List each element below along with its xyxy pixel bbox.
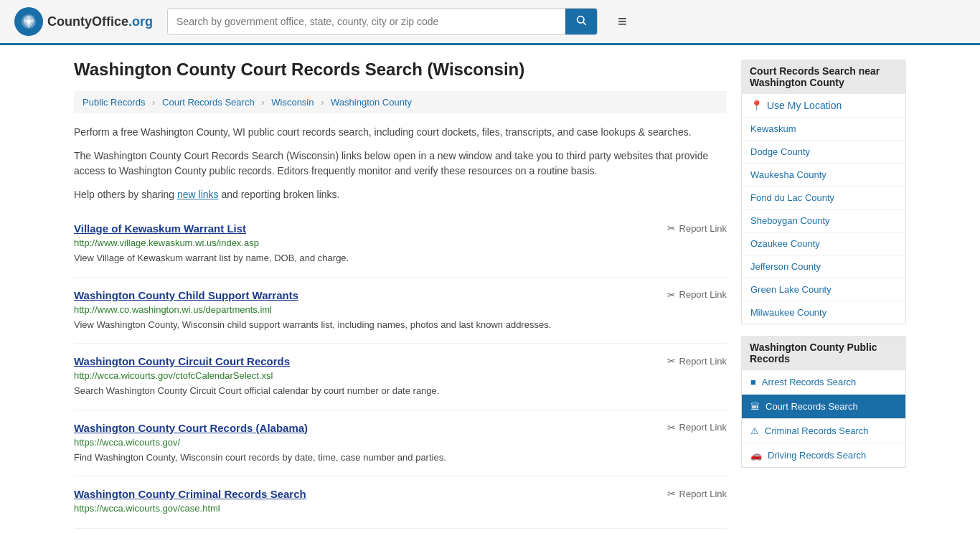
nearby-link-item[interactable]: Green Lake County (742, 278, 905, 301)
use-location-link[interactable]: 📍 Use My Location (742, 94, 905, 117)
rec-link-arrest[interactable]: ■ Arrest Records Search (742, 370, 905, 395)
menu-button[interactable]: ≡ (612, 9, 633, 34)
report-link[interactable]: ✂ Report Link (667, 355, 727, 367)
nearby-link-ozaukee[interactable]: Ozaukee County (742, 232, 905, 255)
result-title[interactable]: Washington County Child Support Warrants (74, 289, 298, 301)
rec-link-court[interactable]: 🏛 Court Records Search (742, 395, 905, 419)
report-link[interactable]: ✂ Report Link (667, 422, 727, 433)
nearby-link-item[interactable]: Sheboygan County (742, 209, 905, 232)
nearby-link-fond-du-lac[interactable]: Fond du Lac County (742, 187, 905, 209)
breadcrumb-sep-3: › (321, 97, 324, 108)
nearby-link-milwaukee[interactable]: Milwaukee County (742, 301, 905, 324)
report-link[interactable]: ✂ Report Link (667, 289, 727, 301)
result-url: http://wcca.wicourts.gov/ctofcCalendarSe… (74, 370, 727, 381)
page-title: Washington County Court Records Search (… (74, 60, 727, 80)
report-icon: ✂ (667, 422, 676, 433)
nearby-link-item[interactable]: Fond du Lac County (742, 187, 905, 209)
breadcrumb-sep-2: › (261, 97, 264, 108)
nearby-link-green-lake[interactable]: Green Lake County (742, 278, 905, 301)
description-1: Perform a free Washington County, WI pub… (74, 125, 727, 140)
nearby-link-item[interactable]: Kewaskum (742, 118, 905, 141)
svg-point-4 (578, 17, 584, 23)
breadcrumb-washington-county[interactable]: Washington County (331, 97, 412, 108)
location-pin-icon: 📍 (750, 100, 763, 111)
report-icon: ✂ (667, 488, 676, 499)
report-label: Report Link (679, 223, 727, 234)
header: CountyOffice.org ≡ (0, 0, 980, 45)
report-icon: ✂ (667, 355, 676, 367)
result-title[interactable]: Washington County Circuit Court Records (74, 355, 290, 367)
public-records-section-title: Washington County Public Records (741, 336, 906, 370)
arrest-icon: ■ (750, 377, 756, 387)
result-desc: View Washington County, Wisconsin child … (74, 318, 727, 332)
breadcrumb-court-records[interactable]: Court Records Search (162, 97, 255, 108)
report-link[interactable]: ✂ Report Link (667, 488, 727, 499)
rec-link-criminal[interactable]: ⚠ Criminal Records Search (742, 419, 905, 443)
result-item: Washington County Circuit Court Records … (74, 344, 727, 410)
description-2: The Washington County Court Records Sear… (74, 149, 727, 179)
result-item: Village of Kewaskum Warrant List ✂ Repor… (74, 211, 727, 278)
search-button[interactable] (565, 9, 597, 34)
search-bar (167, 8, 598, 35)
nearby-section: Court Records Search near Washington Cou… (741, 60, 906, 324)
rec-link-arrest-anchor[interactable]: ■ Arrest Records Search (742, 370, 905, 394)
report-label: Report Link (679, 489, 727, 499)
report-icon: ✂ (667, 222, 676, 234)
logo-link[interactable]: CountyOffice.org (14, 7, 153, 36)
result-header: Washington County Court Records (Alabama… (74, 422, 727, 434)
nearby-link-item[interactable]: Milwaukee County (742, 301, 905, 324)
results-list: Village of Kewaskum Warrant List ✂ Repor… (74, 211, 727, 529)
nearby-link-item[interactable]: Dodge County (742, 141, 905, 164)
result-desc: View Village of Kewaskum warrant list by… (74, 251, 727, 265)
rec-link-driving-anchor[interactable]: 🚗 Driving Records Search (742, 443, 905, 467)
use-location-item[interactable]: 📍 Use My Location (742, 94, 905, 118)
result-title[interactable]: Washington County Criminal Records Searc… (74, 488, 306, 500)
driving-label: Driving Records Search (768, 450, 866, 461)
arrest-label: Arrest Records Search (762, 377, 857, 387)
use-location-label: Use My Location (767, 100, 842, 111)
result-item: Washington County Criminal Records Searc… (74, 476, 727, 529)
nearby-link-jefferson[interactable]: Jefferson County (742, 255, 905, 278)
content-area: Washington County Court Records Search (… (74, 60, 727, 529)
nearby-link-item[interactable]: Jefferson County (742, 255, 905, 278)
breadcrumb: Public Records › Court Records Search › … (74, 91, 727, 113)
result-header: Washington County Circuit Court Records … (74, 355, 727, 367)
rec-link-driving[interactable]: 🚗 Driving Records Search (742, 443, 905, 467)
nearby-link-item[interactable]: Ozaukee County (742, 232, 905, 255)
nearby-link-dodge[interactable]: Dodge County (742, 141, 905, 163)
result-url: http://www.co.washington.wi.us/departmen… (74, 304, 727, 315)
new-links-link[interactable]: new links (177, 189, 219, 200)
result-url: https://wcca.wicourts.gov/case.html (74, 503, 727, 514)
nearby-link-kewaskum[interactable]: Kewaskum (742, 118, 905, 140)
breadcrumb-public-records[interactable]: Public Records (83, 97, 145, 108)
nearby-link-item[interactable]: Waukesha County (742, 164, 905, 187)
result-url: http://www.village.kewaskum.wi.us/index.… (74, 237, 727, 248)
result-title[interactable]: Washington County Court Records (Alabama… (74, 422, 308, 434)
report-link[interactable]: ✂ Report Link (667, 222, 727, 234)
nearby-link-sheboygan[interactable]: Sheboygan County (742, 209, 905, 232)
nearby-link-waukesha[interactable]: Waukesha County (742, 164, 905, 186)
result-title[interactable]: Village of Kewaskum Warrant List (74, 222, 246, 235)
result-desc: Find Washington County, Wisconsin court … (74, 451, 727, 465)
nearby-links: 📍 Use My Location Kewaskum Dodge County … (741, 94, 906, 324)
breadcrumb-wisconsin[interactable]: Wisconsin (271, 97, 314, 108)
logo-icon (14, 7, 43, 36)
result-url: https://wcca.wicourts.gov/ (74, 437, 727, 448)
search-input[interactable] (168, 10, 565, 33)
rec-link-court-anchor[interactable]: 🏛 Court Records Search (742, 395, 905, 418)
report-label: Report Link (679, 422, 727, 433)
result-header: Washington County Criminal Records Searc… (74, 488, 727, 500)
public-records-section: Washington County Public Records ■ Arres… (741, 336, 906, 468)
criminal-icon: ⚠ (750, 425, 759, 436)
svg-line-5 (583, 22, 586, 25)
description-3-post: and reporting broken links. (219, 189, 340, 200)
driving-icon: 🚗 (750, 450, 762, 461)
rec-link-criminal-anchor[interactable]: ⚠ Criminal Records Search (742, 419, 905, 443)
court-icon: 🏛 (750, 401, 760, 412)
main-container: Washington County Court Records Search (… (60, 45, 920, 543)
description-3-pre: Help others by sharing (74, 189, 177, 200)
result-desc: Search Washington County Circuit Court o… (74, 384, 727, 398)
court-label: Court Records Search (765, 401, 858, 412)
public-records-links: ■ Arrest Records Search 🏛 Court Records … (741, 370, 906, 468)
nearby-section-title: Court Records Search near Washington Cou… (741, 60, 906, 94)
